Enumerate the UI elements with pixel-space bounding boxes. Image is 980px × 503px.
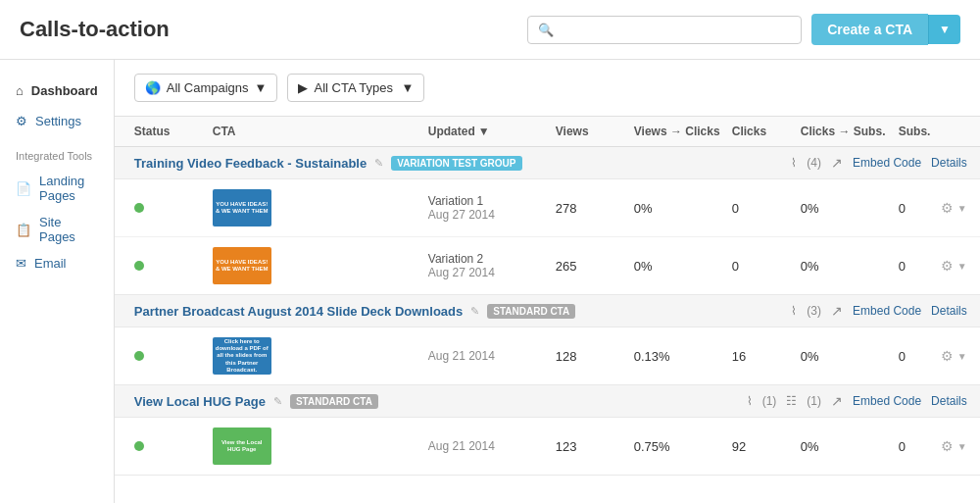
updated-cell: Aug 21 2014: [428, 439, 556, 453]
create-cta-button-wrap: Create a CTA ▼: [811, 14, 960, 45]
v2c-cell: 0.75%: [634, 439, 732, 454]
sidebar-item-dashboard[interactable]: ⌂ Dashboard: [0, 75, 114, 106]
status-cell: [134, 351, 213, 361]
status-dot: [134, 261, 144, 271]
edit-icon-group1[interactable]: ✎: [374, 157, 383, 170]
main-content: 🌎 All Campaigns ▼ ▶ All CTA Types ▼ Stat…: [115, 60, 980, 503]
sidebar-item-settings[interactable]: ⚙ Settings: [0, 106, 114, 136]
sidebar-item-email[interactable]: ✉ Email: [0, 250, 114, 277]
external-link-icon-group3[interactable]: ↗: [831, 393, 843, 409]
row-gear-icon[interactable]: ⚙: [941, 348, 954, 364]
stats-count-group1: (4): [807, 156, 821, 170]
sidebar-landing-pages-label: Landing Pages: [39, 174, 98, 203]
table-row: YOU HAVE IDEAS! & WE WANT THEM Variation…: [115, 237, 980, 294]
cta-type-icon: ▶: [298, 80, 308, 95]
sidebar-site-pages-label: Site Pages: [39, 215, 98, 244]
embed-code-link-group2[interactable]: Embed Code: [853, 304, 921, 318]
c2s-cell: 0%: [801, 439, 899, 454]
cta-group-group2: Partner Broadcast August 2014 Slide Deck…: [115, 295, 980, 385]
edit-icon-group2[interactable]: ✎: [470, 305, 479, 318]
col-clicks: Clicks: [732, 125, 801, 138]
v2c-cell: 0%: [634, 201, 732, 216]
thumb-text: Click here to download a PDF of all the …: [213, 337, 271, 375]
clicks-cell: 0: [732, 259, 801, 274]
row-dropdown-icon[interactable]: ▼: [957, 261, 967, 272]
site-pages-icon: 📋: [16, 223, 31, 237]
cta-group-header-group2: Partner Broadcast August 2014 Slide Deck…: [115, 295, 980, 327]
row-actions: ⚙ ▼: [941, 200, 967, 216]
row-gear-icon[interactable]: ⚙: [941, 200, 954, 216]
cta-type-filter-arrow: ▼: [402, 80, 415, 95]
updated-date: Aug 21 2014: [428, 349, 556, 363]
grid-icon: ☷: [786, 394, 797, 408]
sidebar-settings-label: Settings: [35, 114, 81, 128]
cta-type-filter-label: All CTA Types: [314, 80, 392, 95]
gear-icon: ⚙: [16, 114, 27, 128]
embed-code-link-group1[interactable]: Embed Code: [853, 156, 921, 170]
v2c-cell: 0.13%: [634, 349, 732, 364]
cta-cell: YOU HAVE IDEAS! & WE WANT THEM: [213, 247, 428, 284]
subs-cell: 0 ⚙ ▼: [899, 200, 967, 216]
cta-group-title-group3[interactable]: View Local HUG Page: [134, 394, 266, 409]
create-cta-button[interactable]: Create a CTA: [811, 14, 928, 45]
row-dropdown-icon[interactable]: ▼: [957, 351, 967, 362]
external-link-icon-group1[interactable]: ↗: [831, 155, 843, 171]
status-cell: [134, 441, 213, 451]
external-link-icon-group2[interactable]: ↗: [831, 303, 843, 319]
campaign-filter[interactable]: 🌎 All Campaigns ▼: [134, 74, 278, 102]
stats-sparkline-icon-group3: ⌇: [747, 394, 753, 408]
status-cell: [134, 203, 213, 213]
layout: ⌂ Dashboard ⚙ Settings Integrated Tools …: [0, 60, 980, 503]
search-icon: 🔍: [538, 23, 554, 37]
updated-date: Aug 27 2014: [428, 208, 556, 222]
clicks-cell: 92: [732, 439, 801, 454]
cta-group-header-group3: View Local HUG Page ✎ STANDARD CTA ⌇ (1)…: [115, 385, 980, 418]
cta-thumbnail: YOU HAVE IDEAS! & WE WANT THEM: [213, 189, 271, 226]
stats-count-group3: (1): [762, 394, 777, 408]
status-cell: [134, 261, 213, 271]
status-dot: [134, 351, 144, 361]
search-input[interactable]: [560, 23, 791, 37]
sidebar-email-label: Email: [34, 256, 67, 271]
cta-type-filter[interactable]: ▶ All CTA Types ▼: [287, 74, 424, 102]
cta-group-title-group1[interactable]: Training Video Feedback - Sustainable: [134, 156, 367, 171]
stats-sparkline-icon-group2: ⌇: [791, 304, 797, 318]
cta-group-actions-group3: ⌇ (1) ☷(1) ↗ Embed Code Details: [747, 393, 967, 409]
subs-value: 0: [899, 439, 906, 454]
sidebar: ⌂ Dashboard ⚙ Settings Integrated Tools …: [0, 60, 115, 503]
cta-group-title-group2[interactable]: Partner Broadcast August 2014 Slide Deck…: [134, 304, 463, 319]
filters-bar: 🌎 All Campaigns ▼ ▶ All CTA Types ▼: [115, 60, 980, 117]
row-gear-icon[interactable]: ⚙: [941, 438, 954, 454]
cta-group-group1: Training Video Feedback - Sustainable ✎ …: [115, 147, 980, 295]
create-cta-dropdown-arrow[interactable]: ▼: [928, 15, 960, 44]
details-link-group1[interactable]: Details: [931, 156, 967, 170]
header: Calls-to-action 🔍 Create a CTA ▼: [0, 0, 980, 60]
row-dropdown-icon[interactable]: ▼: [957, 203, 967, 214]
subs-value: 0: [899, 349, 906, 364]
home-icon: ⌂: [16, 83, 24, 98]
campaign-filter-label: All Campaigns: [167, 80, 249, 95]
col-updated[interactable]: Updated ▼: [428, 125, 556, 138]
cta-group-actions-group2: ⌇ (3) ↗ Embed Code Details: [791, 303, 966, 319]
edit-icon-group3[interactable]: ✎: [273, 395, 282, 408]
clicks-cell: 16: [732, 349, 801, 364]
row-gear-icon[interactable]: ⚙: [941, 258, 954, 274]
col-c2s: Clicks → Subs.: [801, 125, 899, 138]
details-link-group3[interactable]: Details: [931, 394, 967, 408]
sidebar-item-site-pages[interactable]: 📋 Site Pages: [0, 209, 114, 250]
sidebar-item-landing-pages[interactable]: 📄 Landing Pages: [0, 168, 114, 209]
updated-label: Variation 1: [428, 194, 556, 208]
updated-cell: Variation 2 Aug 27 2014: [428, 252, 556, 279]
embed-code-link-group3[interactable]: Embed Code: [853, 394, 921, 408]
sort-icon: ▼: [478, 125, 490, 138]
sidebar-dashboard-label: Dashboard: [31, 83, 98, 98]
row-actions: ⚙ ▼: [941, 258, 967, 274]
details-link-group2[interactable]: Details: [931, 304, 967, 318]
row-dropdown-icon[interactable]: ▼: [957, 441, 967, 452]
cta-group-group3: View Local HUG Page ✎ STANDARD CTA ⌇ (1)…: [115, 385, 980, 476]
row-actions: ⚙ ▼: [941, 348, 967, 364]
v2c-cell: 0%: [634, 259, 732, 274]
updated-cell: Variation 1 Aug 27 2014: [428, 194, 556, 222]
thumb-text: View the Local HUG Page: [213, 437, 271, 455]
status-dot: [134, 203, 144, 213]
